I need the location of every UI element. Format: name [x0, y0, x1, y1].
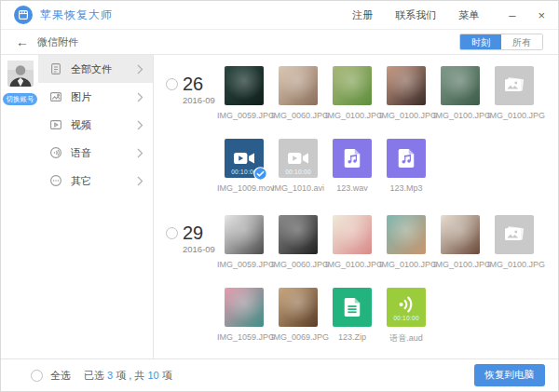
file-tile[interactable]: 00:10:00 — [387, 288, 426, 327]
photo-placeholder-icon — [503, 225, 525, 244]
voice-duration: 00:10:00 — [387, 315, 426, 321]
group-date: 29 2016-09 — [183, 223, 215, 254]
group-day: 26 — [183, 74, 215, 94]
video-icon — [49, 118, 62, 131]
sidebar-item-label: 其它 — [71, 174, 91, 188]
file-cell: 00:10:00 IMG_1009.mov — [225, 139, 264, 193]
file-tile[interactable] — [279, 215, 318, 254]
file-name: 语音.aud — [379, 332, 433, 345]
file-tile[interactable] — [441, 66, 480, 105]
main-body: 切换账号 全部文件 — [1, 55, 558, 358]
file-name: IMG_0100.JPG — [433, 111, 487, 120]
file-tile[interactable] — [225, 215, 264, 254]
group-day: 29 — [183, 223, 215, 243]
group-select-radio[interactable] — [166, 78, 178, 90]
group-date: 26 2016-09 — [183, 74, 215, 105]
nav-bar: ← 微信附件 时刻 所有 — [1, 30, 558, 55]
file-cell: IMG_1059.JPG — [225, 288, 264, 345]
toggle-moments[interactable]: 时刻 — [460, 34, 501, 49]
sidebar-item-all-files[interactable]: 全部文件 — [38, 55, 153, 83]
file-tile[interactable] — [333, 288, 372, 327]
file-name: IMG_0100.JPG — [325, 260, 379, 269]
chevron-right-icon — [137, 148, 143, 158]
file-row: IMG_0059.JPGIMG_0060.JPGIMG_0100.JPGIMG_… — [225, 66, 549, 120]
file-cell: 123.Zip — [333, 288, 372, 345]
group-month: 2016-09 — [183, 95, 215, 105]
sidebar-item-voice[interactable]: 语音 — [38, 139, 153, 167]
file-cell: IMG_0100.JPG — [495, 66, 534, 120]
file-tile[interactable] — [387, 139, 426, 178]
minimize-button[interactable]: – — [509, 9, 515, 21]
more-icon — [49, 174, 62, 187]
file-name: IMG_0100.JPG — [433, 260, 487, 269]
file-name: IMG_0100.JPG — [487, 260, 541, 269]
recover-to-pc-button[interactable]: 恢复到电脑 — [474, 364, 546, 386]
image-icon — [49, 90, 62, 103]
file-tile[interactable] — [225, 66, 264, 105]
file-tile[interactable] — [279, 66, 318, 105]
file-cell: IMG_0069.JPG — [279, 288, 318, 345]
voice-icon — [49, 146, 62, 159]
voice-wave-icon — [396, 296, 416, 313]
file-tile[interactable]: 00:10:00 — [225, 139, 264, 178]
sidebar-item-others[interactable]: 其它 — [38, 167, 153, 195]
file-cell: IMG_0100.JPG — [387, 66, 426, 120]
page-title: 微信附件 — [37, 35, 78, 49]
file-name: IMG_0059.JPG — [217, 260, 271, 269]
title-bar: 苹果恢复大师 注册 联系我们 菜单 – × — [1, 1, 558, 30]
file-icon — [49, 62, 62, 75]
file-cell: IMG_0100.JPG — [441, 66, 480, 120]
music-file-icon — [396, 148, 416, 169]
file-name: IMG_0060.JPG — [271, 260, 325, 269]
file-tile[interactable] — [333, 66, 372, 105]
file-tile[interactable] — [495, 66, 534, 105]
chevron-right-icon — [137, 120, 143, 130]
account-avatar[interactable] — [7, 61, 34, 87]
date-group: 29 2016-09 IMG_0059.JPGIMG_0060.JPGIMG_0… — [166, 215, 558, 345]
file-cell: IMG_0100.JPG — [441, 215, 480, 269]
file-tile[interactable] — [441, 215, 480, 254]
app-logo-icon — [14, 6, 33, 24]
select-all-radio[interactable] — [31, 370, 43, 382]
file-tile[interactable] — [387, 66, 426, 105]
toggle-all[interactable]: 所有 — [501, 34, 542, 49]
file-cell: IMG_0059.JPG — [225, 66, 264, 120]
file-tile[interactable] — [333, 139, 372, 178]
file-tile[interactable] — [387, 215, 426, 254]
sidebar-item-pictures[interactable]: 图片 — [38, 83, 153, 111]
file-name: 123.Mp3 — [379, 183, 433, 193]
contact-us-link[interactable]: 联系我们 — [395, 8, 436, 22]
file-tile[interactable] — [333, 215, 372, 254]
account-column: 切换账号 — [1, 55, 38, 358]
file-cell: 123.wav — [333, 139, 372, 193]
file-name: 123.Zip — [325, 332, 379, 342]
group-header: 29 2016-09 — [166, 215, 225, 345]
switch-account-button[interactable]: 切换账号 — [3, 93, 37, 105]
file-name: IMG_0060.JPG — [271, 111, 325, 120]
file-cell: 00:10:00IMG_1010.avi — [279, 139, 318, 193]
file-tile[interactable]: 00:10:00 — [279, 139, 318, 178]
file-cell: IMG_0100.JPG — [387, 215, 426, 269]
file-cell: IMG_0100.JPG — [333, 66, 372, 120]
chevron-right-icon — [137, 176, 143, 186]
group-rows: IMG_0059.JPGIMG_0060.JPGIMG_0100.JPGIMG_… — [225, 215, 549, 345]
menu-link[interactable]: 菜单 — [458, 8, 479, 22]
file-cell: 123.Mp3 — [387, 139, 426, 193]
group-month: 2016-09 — [183, 244, 215, 254]
group-select-radio[interactable] — [166, 227, 178, 239]
file-name: IMG_1010.avi — [271, 183, 325, 193]
file-name: IMG_0100.JPG — [379, 111, 433, 120]
sidebar-item-videos[interactable]: 视频 — [38, 111, 153, 139]
sidebar-item-label: 图片 — [71, 90, 91, 104]
close-button[interactable]: × — [538, 9, 545, 21]
register-link[interactable]: 注册 — [352, 8, 373, 22]
file-row: IMG_0059.JPGIMG_0060.JPGIMG_0100.JPGIMG_… — [225, 215, 549, 269]
sidebar-menu: 全部文件 图片 — [38, 55, 154, 358]
file-tile[interactable] — [279, 288, 318, 327]
file-tile[interactable] — [495, 215, 534, 254]
file-name: IMG_0100.JPG — [379, 260, 433, 269]
file-tile[interactable] — [225, 288, 264, 327]
file-name: IMG_1059.JPG — [217, 332, 271, 342]
file-cell: IMG_0059.JPG — [225, 215, 264, 269]
back-button[interactable]: ← — [16, 35, 29, 48]
